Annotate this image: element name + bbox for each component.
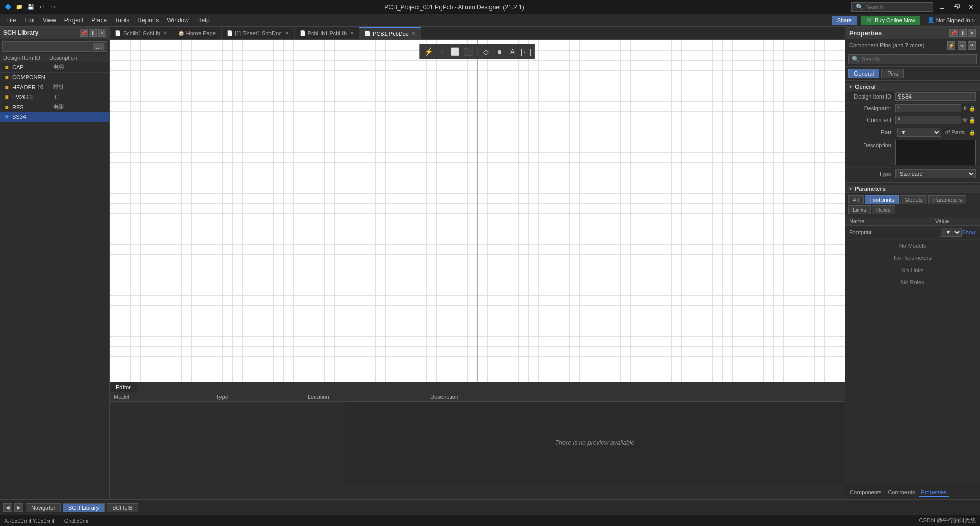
rect-tool[interactable]: ⬜	[450, 46, 461, 57]
fill-tool[interactable]: ■	[494, 46, 505, 57]
tab-pcblib1[interactable]: 📄 PcbLib1.PcbLib ✕	[295, 27, 359, 39]
more-props-button[interactable]: ⬏	[968, 41, 976, 50]
props-tab-pins[interactable]: Pins	[881, 69, 903, 78]
param-tab-footprints[interactable]: Footprints	[865, 195, 899, 204]
props-search-input[interactable]	[862, 56, 973, 62]
menu-project[interactable]: Project	[60, 16, 87, 25]
nav-next-button[interactable]: ▶	[14, 503, 23, 512]
props-tab-general[interactable]: General	[848, 69, 879, 78]
panel-pin-button[interactable]: 📌	[80, 29, 88, 37]
part-select[interactable]: ▼	[897, 128, 941, 137]
panel-close-button[interactable]: ✕	[98, 29, 106, 37]
list-item[interactable]: ■ RES 电阻	[0, 102, 109, 112]
general-section-header[interactable]: ▼ General	[845, 83, 980, 91]
comment-visibility-icon[interactable]: 👁	[962, 117, 968, 123]
footprint-label: Footprint	[849, 229, 941, 235]
add-tool[interactable]: +	[436, 46, 448, 57]
param-tab-models[interactable]: Models	[900, 195, 927, 204]
global-search-input[interactable]	[865, 4, 926, 10]
params-section-header[interactable]: ▼ Parameters	[845, 185, 980, 193]
right-bottom-tab-bar: Components Comments Properties	[845, 486, 980, 499]
part-lock-icon[interactable]: 🔒	[969, 129, 976, 136]
comment-row: Comment 👁 🔒	[845, 114, 980, 126]
param-tab-rules[interactable]: Rules	[872, 205, 895, 214]
designator-visibility-icon[interactable]: 👁	[962, 105, 968, 111]
editor-canvas[interactable]: ⚡ + ⬜ ⬛ ◇ ■ A |←|	[110, 40, 845, 382]
comment-input[interactable]	[895, 116, 961, 124]
right-panel-pin[interactable]: 📌	[949, 29, 958, 37]
tab-close-icon[interactable]: ✕	[350, 30, 354, 36]
footprint-row: Footprint ▼ Show	[845, 226, 980, 240]
tab-schlib1[interactable]: 📄 Schlib1.SchLib ✕	[110, 27, 173, 39]
list-item[interactable]: ■ SS34	[0, 112, 109, 122]
text-tool[interactable]: A	[507, 46, 519, 57]
model-table: Model Type Location Description There is…	[110, 392, 845, 500]
menu-reports[interactable]: Reports	[133, 16, 163, 25]
component-search-input[interactable]	[6, 43, 92, 50]
editor-tab[interactable]: Editor	[110, 382, 137, 392]
param-tab-links[interactable]: Links	[848, 205, 871, 214]
menu-tools[interactable]: Tools	[111, 16, 133, 25]
component-icon: ■	[3, 84, 10, 91]
nav-tab-schlib[interactable]: SCHLIB	[107, 503, 138, 512]
menu-window[interactable]: Window	[163, 16, 193, 25]
restore-button[interactable]: 🗗	[951, 2, 962, 12]
design-item-id-input[interactable]	[895, 92, 976, 101]
nav-tab-sch-library[interactable]: SCH Library	[63, 503, 105, 512]
save-icon[interactable]: 💾	[27, 3, 35, 11]
nav-tab-navigator[interactable]: Navigator	[26, 503, 61, 512]
poly-tool[interactable]: ◇	[481, 46, 492, 57]
tab-homepage[interactable]: 🏠 Home Page	[173, 27, 222, 39]
menu-place[interactable]: Place	[87, 16, 111, 25]
param-tab-parameters[interactable]: Parameters	[928, 195, 967, 204]
tab-close-icon[interactable]: ✕	[285, 30, 289, 36]
footprint-dropdown[interactable]: ▼	[941, 228, 962, 237]
list-item[interactable]: ■ CAP 电容	[0, 62, 109, 73]
filter-tool[interactable]: ⚡	[423, 46, 434, 57]
close-button[interactable]: ✕	[966, 2, 976, 12]
tab-sheet1[interactable]: 📄 [1] Sheet1.SchDoc ✕	[222, 27, 295, 39]
menu-help[interactable]: Help	[193, 16, 214, 25]
left-panel-header: SCH Library 📌 ⬆ ✕	[0, 27, 109, 39]
component-search-button[interactable]: ...	[93, 43, 104, 50]
account-button[interactable]: 👤 Not Signed In >	[924, 16, 978, 25]
no-rules-text: No Rules	[845, 276, 980, 289]
right-panel-float[interactable]: ⬆	[959, 29, 967, 37]
watermark-text: CSDN @平行的时光线	[919, 517, 976, 524]
buy-online-button[interactable]: 🛒 Buy Online Now	[861, 16, 920, 25]
params-collapse-icon: ▼	[848, 186, 853, 192]
right-tab-properties[interactable]: Properties	[919, 488, 949, 497]
right-panel-close[interactable]: ✕	[968, 29, 976, 37]
model-col-location: Location	[308, 394, 389, 400]
menu-file[interactable]: File	[2, 16, 20, 25]
show-link[interactable]: Show	[962, 229, 976, 235]
filter-props-button[interactable]: ⚡	[947, 41, 955, 50]
designator-lock-icon[interactable]: 🔒	[969, 105, 976, 112]
undo-icon[interactable]: ↩	[38, 3, 46, 11]
tab-close-icon[interactable]: ✕	[411, 31, 415, 36]
list-item[interactable]: ■ COMPONEN	[0, 73, 109, 82]
nav-prev-button[interactable]: ◀	[3, 503, 12, 512]
param-tab-all[interactable]: All	[848, 195, 864, 204]
comment-lock-icon[interactable]: 🔒	[969, 117, 976, 124]
tab-pcb1[interactable]: 📄 PCB1.PcbDoc ✕	[359, 27, 421, 39]
line-tool[interactable]: ⬛	[463, 46, 474, 57]
list-item[interactable]: ■ HEADER 10 排针	[0, 82, 109, 92]
panel-float-button[interactable]: ⬆	[89, 29, 97, 37]
right-tab-comments[interactable]: Comments	[886, 488, 917, 497]
right-tab-components[interactable]: Components	[848, 488, 884, 497]
menu-view[interactable]: View	[39, 16, 60, 25]
dim-tool[interactable]: |←|	[521, 46, 532, 57]
share-button[interactable]: Share	[832, 16, 857, 25]
folder-icon[interactable]: 📁	[15, 3, 23, 11]
expand-props-button[interactable]: ⬎	[958, 41, 966, 50]
type-select[interactable]: Standard	[895, 169, 976, 178]
description-textarea[interactable]	[895, 140, 976, 165]
list-item[interactable]: ■ LM2663 IC	[0, 92, 109, 102]
redo-icon[interactable]: ↪	[49, 3, 57, 11]
tab-close-icon[interactable]: ✕	[163, 30, 167, 36]
global-search-box[interactable]: 🔍	[851, 2, 933, 12]
designator-input[interactable]	[895, 104, 961, 112]
minimize-button[interactable]: 🗕	[937, 2, 947, 12]
menu-edit[interactable]: Edit	[20, 16, 39, 25]
